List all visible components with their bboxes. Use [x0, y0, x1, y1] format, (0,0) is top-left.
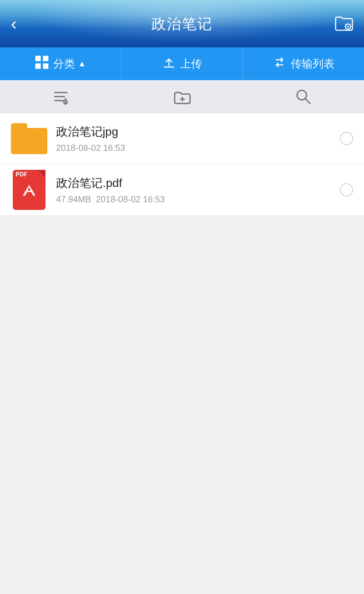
- file-meta: 2018-08-02 16:53: [56, 143, 336, 153]
- file-list: 政治笔记jpg 2018-08-02 16:53 PDF 政治笔记.pdf: [0, 113, 364, 216]
- folder-icon: [11, 120, 47, 157]
- sort-button[interactable]: [41, 84, 81, 109]
- back-button[interactable]: ‹: [11, 15, 17, 32]
- file-info: 政治笔记jpg 2018-08-02 16:53: [56, 124, 336, 153]
- list-item[interactable]: 政治笔记jpg 2018-08-02 16:53: [0, 113, 364, 164]
- upload-tab[interactable]: 上传: [122, 47, 243, 80]
- action-bar: [0, 80, 364, 113]
- list-item[interactable]: PDF 政治笔记.pdf 47.94MB 2018-08-02 16:53: [0, 164, 364, 216]
- svg-rect-3: [43, 56, 48, 61]
- file-select-radio[interactable]: [340, 183, 353, 196]
- classify-label: 分类: [53, 56, 75, 71]
- file-meta: 47.94MB 2018-08-02 16:53: [56, 194, 336, 204]
- file-name: 政治笔记.pdf: [56, 175, 336, 191]
- pdf-label: PDF: [16, 171, 27, 178]
- file-select-radio[interactable]: [340, 132, 353, 145]
- classify-tab[interactable]: 分类 ▲: [0, 47, 122, 80]
- empty-area: [0, 216, 364, 577]
- svg-point-1: [347, 26, 349, 28]
- upload-label: 上传: [180, 56, 202, 71]
- svg-line-13: [305, 98, 310, 103]
- pdf-icon: PDF: [11, 172, 47, 208]
- upload-icon: [162, 55, 176, 73]
- grid-icon: [35, 55, 49, 73]
- transfer-label: 传输列表: [291, 56, 335, 71]
- svg-rect-5: [43, 63, 48, 69]
- svg-rect-2: [35, 56, 41, 61]
- file-name: 政治笔记jpg: [56, 124, 336, 140]
- page-title: 政治笔记: [151, 14, 213, 34]
- header: ‹ 政治笔记: [0, 0, 364, 47]
- sort-arrow-icon: ▲: [78, 59, 86, 69]
- svg-rect-4: [35, 63, 41, 69]
- transfer-icon: [273, 55, 286, 73]
- toolbar: 分类 ▲ 上传 传输列表: [0, 47, 364, 80]
- transfer-tab[interactable]: 传输列表: [243, 47, 364, 80]
- new-folder-button[interactable]: [162, 84, 202, 109]
- acrobat-icon: [20, 182, 38, 202]
- file-info: 政治笔记.pdf 47.94MB 2018-08-02 16:53: [56, 175, 336, 204]
- folder-settings-icon[interactable]: [334, 13, 353, 34]
- search-button[interactable]: [283, 84, 323, 109]
